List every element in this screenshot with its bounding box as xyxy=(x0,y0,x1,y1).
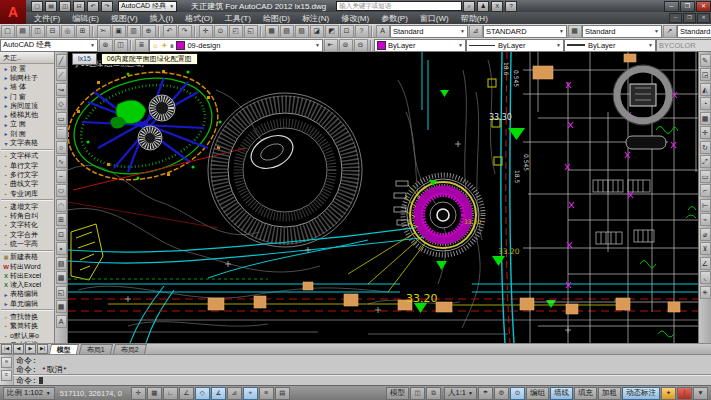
help2-icon[interactable]: ? xyxy=(355,25,369,38)
quickview-drawings-icon[interactable]: ⧉ xyxy=(426,387,441,400)
autoscale-icon[interactable]: ⚙ xyxy=(494,387,509,400)
doc-tab-lx15[interactable]: lx15 xyxy=(72,53,97,65)
tab-layout1[interactable]: 布局1 xyxy=(79,344,113,354)
plot-icon[interactable]: ⊟ xyxy=(46,25,60,38)
mleader-style-combo[interactable]: Standard▼ xyxy=(677,25,711,38)
save-icon[interactable]: ◫ xyxy=(31,25,45,38)
table-icon[interactable]: ▦ xyxy=(56,300,67,313)
rotate-icon[interactable]: ↻ xyxy=(700,141,711,154)
stretch-icon[interactable]: ▭ xyxy=(700,170,711,183)
close-button[interactable]: ✕ xyxy=(696,1,711,12)
pan-icon[interactable]: ✛ xyxy=(199,25,213,38)
zoom-window-icon[interactable]: ◰ xyxy=(229,25,243,38)
text-style-icon[interactable]: A xyxy=(376,25,390,38)
linetype-combo[interactable]: ByLayer▼ xyxy=(466,39,564,52)
offset-icon[interactable]: ◔ xyxy=(700,97,711,110)
layer-states-icon[interactable]: ⊜ xyxy=(339,39,353,52)
properties-icon[interactable]: ▦ xyxy=(265,25,279,38)
ellipse-icon[interactable]: ⬭ xyxy=(56,184,67,197)
workspace-settings-icon[interactable]: ⊛ xyxy=(99,39,113,52)
sidebar-item-mtext[interactable]: ▪多行文字 xyxy=(0,170,54,179)
copy-clip-icon[interactable]: ▣ xyxy=(112,25,126,38)
toggle-bold[interactable]: 加粗 xyxy=(598,387,621,400)
xline-icon[interactable]: ⟋ xyxy=(56,68,67,81)
search-icon[interactable]: ⌕ xyxy=(463,1,475,12)
undo-icon[interactable]: ↶ xyxy=(163,25,177,38)
rectangle-icon[interactable]: ▭ xyxy=(56,112,67,125)
tab-layout2[interactable]: 布局2 xyxy=(113,344,147,354)
doc-minimize-button[interactable]: ─ xyxy=(669,13,682,23)
open-file-icon[interactable]: ▤ xyxy=(45,1,57,12)
insert-block-icon[interactable]: ⊞ xyxy=(56,213,67,226)
polar-toggle[interactable]: ∠ xyxy=(179,387,194,400)
menu-format[interactable]: 格式(O) xyxy=(179,13,219,24)
doc-tab-courtyard[interactable]: 06内庭院平面图绿化配置图 xyxy=(101,53,198,65)
menu-tools[interactable]: 工具(T) xyxy=(219,13,257,24)
layer-combo[interactable]: ☼ ☀ ∎ 09-design ▼ xyxy=(149,39,323,52)
ortho-toggle[interactable]: ∟ xyxy=(163,387,178,400)
gradient-icon[interactable]: ▩ xyxy=(56,271,67,284)
open-icon[interactable]: ▤ xyxy=(16,25,30,38)
sidebar-title[interactable]: 天正.. xyxy=(0,52,54,64)
sidebar-item-import-excel[interactable]: X读入Excel xyxy=(0,281,54,290)
doc-restore-button[interactable]: ❐ xyxy=(683,13,696,23)
ducs-toggle[interactable]: ⊿ xyxy=(227,387,242,400)
new-file-icon[interactable]: ▢ xyxy=(31,1,43,12)
ellipse-arc-icon[interactable]: ◠ xyxy=(56,199,67,212)
copy-icon[interactable]: ◲ xyxy=(700,68,711,81)
spline-icon[interactable]: ~ xyxy=(56,170,67,183)
help-search-input[interactable]: 输入关键字或短语 xyxy=(336,1,462,11)
fillet-icon[interactable]: ◟ xyxy=(700,271,711,284)
sidebar-item-text-style[interactable]: ▪文字样式 xyxy=(0,152,54,161)
tab-model[interactable]: 模型 xyxy=(49,344,79,354)
redo-icon[interactable]: ↷ xyxy=(178,25,192,38)
sidebar-item-text-merge[interactable]: ▪文字合并 xyxy=(0,230,54,239)
plot-icon[interactable]: ⊟ xyxy=(73,1,85,12)
autocad-logo-icon[interactable]: A xyxy=(0,0,26,24)
next-tab-icon[interactable]: ▶ xyxy=(25,344,36,354)
sidebar-item-elevation[interactable]: ▸立 面 xyxy=(0,120,54,129)
sidebar-item-single-text[interactable]: ▪单行文字 xyxy=(0,161,54,170)
scale-icon[interactable]: ⤢ xyxy=(700,155,711,168)
sidebar-item-wall[interactable]: ▸墙 体 xyxy=(0,83,54,92)
sidebar-item-new-table[interactable]: ▦新建表格 xyxy=(0,253,54,262)
arc-icon[interactable]: ⌒ xyxy=(56,126,67,139)
region-icon[interactable]: ◱ xyxy=(56,286,67,299)
grid-toggle[interactable]: ▦ xyxy=(147,387,162,400)
workspace-save-icon[interactable]: ◫ xyxy=(114,39,128,52)
restore-button[interactable]: ❐ xyxy=(680,1,695,12)
menu-edit[interactable]: 编辑(E) xyxy=(66,13,105,24)
sidebar-item-convert-traditional[interactable]: ▪繁简转换 xyxy=(0,322,54,331)
toggle-group[interactable]: 编组 xyxy=(526,387,549,400)
revcloud-icon[interactable]: ∿ xyxy=(56,155,67,168)
menu-insert[interactable]: 插入(I) xyxy=(144,13,180,24)
scale-selector[interactable]: 比例 1:102▼ xyxy=(3,387,55,400)
status-tray-icon[interactable]: ! xyxy=(677,387,692,400)
move-icon[interactable]: ✛ xyxy=(700,126,711,139)
dim-style-combo[interactable]: STANDARD▼ xyxy=(483,25,567,38)
chamfer-icon[interactable]: ∠ xyxy=(700,257,711,270)
match-properties-icon[interactable]: ⊕ xyxy=(142,25,156,38)
publish-icon[interactable]: ⊞ xyxy=(76,25,90,38)
signin-icon[interactable]: ♟ xyxy=(477,1,489,12)
sidebar-item-export-excel[interactable]: X转出Excel xyxy=(0,271,54,280)
toolpalette-icon[interactable]: ▧ xyxy=(295,25,309,38)
last-tab-icon[interactable]: ▶| xyxy=(37,344,48,354)
annotation-scale-selector[interactable]: 人1:1▼ xyxy=(444,387,477,400)
menu-dimension[interactable]: 标注(N) xyxy=(296,13,335,24)
first-tab-icon[interactable]: |◀ xyxy=(1,344,12,354)
text-style-combo[interactable]: Standard▼ xyxy=(390,25,468,38)
command-input[interactable]: 命令: xyxy=(16,376,43,385)
sidebar-item-room-roof[interactable]: ▸房间屋顶 xyxy=(0,101,54,110)
mtext-icon[interactable]: A xyxy=(56,315,67,328)
erase-icon[interactable]: ✎ xyxy=(700,54,711,67)
layer-prev-icon[interactable]: ⇤ xyxy=(324,39,338,52)
menu-window[interactable]: 窗口(W) xyxy=(414,13,455,24)
save-icon[interactable]: ◫ xyxy=(59,1,71,12)
join-icon[interactable]: ⊻ xyxy=(700,242,711,255)
model-space-button[interactable]: 模型 xyxy=(386,387,409,400)
drawing-area[interactable]: lx15 06内庭院平面图绿化配置图 xyxy=(68,52,698,343)
sidebar-item-stairs[interactable]: ▸楼梯其他 xyxy=(0,110,54,119)
table-style-icon[interactable]: ▦ xyxy=(568,25,582,38)
prev-tab-icon[interactable]: ◀ xyxy=(13,344,24,354)
